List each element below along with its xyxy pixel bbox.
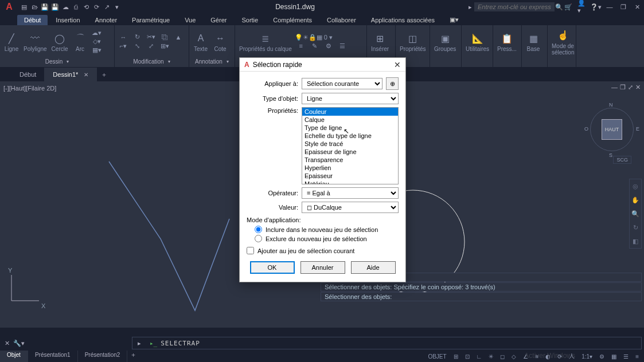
list-item[interactable]: Couleur — [302, 108, 398, 116]
file-tab-dessin1[interactable]: Dessin1*✕ — [45, 68, 97, 81]
status-ortho-icon[interactable]: ∟ — [475, 353, 484, 360]
nav-show-icon[interactable]: ◧ — [630, 234, 641, 248]
model-wrench-icon[interactable]: 🔧▾ — [13, 340, 25, 347]
qat-undo-icon[interactable]: ⟲ — [81, 2, 91, 11]
tool-arc[interactable]: ⌒Arc — [71, 30, 89, 53]
layout-tab-add[interactable]: ＋ — [127, 351, 139, 362]
layer-ico-3[interactable]: ⚙ — [322, 42, 335, 50]
cart-icon[interactable]: 🛒 — [564, 2, 573, 11]
tool-groups[interactable]: ▣Groupes — [432, 30, 458, 53]
status-3dosnap-icon[interactable]: ◇ — [510, 353, 518, 360]
draw-extra-3[interactable]: ▦▾ — [91, 46, 103, 54]
checkbox-append[interactable]: Ajouter au jeu de sélection courant — [247, 247, 399, 254]
compass-west[interactable]: O — [584, 126, 588, 132]
list-item[interactable]: Echelle du type de ligne — [302, 132, 398, 140]
ribbon-tab-apps[interactable]: Applications associées — [364, 15, 442, 25]
ribbon-tab-extra[interactable]: ▣▾ — [443, 14, 466, 25]
help-icon[interactable]: ❔▾ — [591, 2, 600, 11]
tool-text[interactable]: ATexte — [192, 30, 210, 53]
app-logo[interactable]: A — [2, 0, 16, 14]
tool-polyline[interactable]: 〰Polyligne — [22, 30, 49, 53]
tool-utils[interactable]: 📐Utilitaires — [464, 30, 491, 53]
compass-north[interactable]: N — [609, 102, 613, 108]
qat-open-icon[interactable]: 🗁 — [30, 2, 39, 11]
list-item[interactable]: Transparence — [302, 156, 398, 164]
nav-wheel-icon[interactable]: ◎ — [630, 179, 641, 193]
modify-stretch[interactable]: ⤡ — [131, 42, 143, 50]
status-transp-icon[interactable]: ◐ — [544, 353, 552, 360]
status-iso-icon[interactable]: ▦ — [610, 353, 618, 360]
modify-scale[interactable]: ⤢ — [145, 42, 157, 50]
help-button[interactable]: Aide — [351, 261, 396, 274]
draw-extra-2[interactable]: ◇▾ — [91, 38, 103, 46]
status-osnap-icon[interactable]: ◻ — [498, 353, 506, 360]
layer-ico-1[interactable]: ≡ — [295, 42, 307, 50]
ribbon-tab-debut[interactable]: Début — [17, 15, 48, 25]
status-snap-icon[interactable]: ⊡ — [463, 353, 471, 360]
file-tab-close-icon[interactable]: ✕ — [84, 72, 88, 78]
tool-props[interactable]: ◫Propriétés — [398, 30, 428, 53]
layer-combo[interactable]: 💡☀🔒▦ 0 ▾ — [295, 33, 364, 41]
layer-ico-4[interactable]: ☰ — [336, 42, 349, 50]
tool-line[interactable]: ╱Ligne — [2, 30, 21, 53]
ribbon-tab-annoter[interactable]: Annoter — [88, 15, 124, 25]
status-lwt-icon[interactable]: ≡ — [533, 353, 540, 360]
draw-extra-1[interactable]: ☁▾ — [91, 29, 103, 37]
qat-share-icon[interactable]: ↗ — [102, 2, 111, 11]
cmd-toggle-icon[interactable]: ▸ — [132, 340, 146, 347]
modify-trim[interactable]: ✂▾ — [145, 33, 157, 41]
list-item[interactable]: Hyperlien — [302, 164, 398, 172]
modify-fillet[interactable]: ⌐▾ — [117, 42, 130, 50]
status-anno-icon[interactable]: 人 — [567, 352, 576, 360]
list-item[interactable]: Calque — [302, 116, 398, 124]
ribbon-tab-collaborer[interactable]: Collaborer — [320, 15, 363, 25]
search-icon[interactable]: 🔍 — [555, 2, 564, 11]
command-line[interactable]: ▸ ▸_ — [132, 337, 642, 349]
tool-circle[interactable]: ◯Cercle — [50, 30, 70, 53]
file-tab-add[interactable]: ＋ — [97, 68, 111, 81]
select-operator[interactable]: = Egal à — [302, 187, 399, 199]
layout-tab-objet[interactable]: Objet — [0, 351, 28, 362]
modify-mirror[interactable]: ▲ — [172, 33, 185, 41]
list-item[interactable]: Type de ligne — [302, 124, 398, 132]
dialog-close-button[interactable]: ✕ — [394, 60, 401, 69]
status-cycle-icon[interactable]: ⟳ — [556, 353, 564, 360]
account-icon[interactable]: 👤▾ — [577, 2, 587, 11]
qat-save-icon[interactable]: 💾 — [40, 2, 49, 11]
compass-east[interactable]: E — [636, 126, 639, 132]
nav-pan-icon[interactable]: ✋ — [630, 193, 641, 207]
tool-selmode[interactable]: ☝Mode de sélection — [550, 27, 576, 56]
list-item[interactable]: Epaisseur de ligne — [302, 148, 398, 156]
select-apply-to[interactable]: Sélection courante — [302, 78, 383, 89]
viewcube-scg[interactable]: SCG — [613, 156, 631, 164]
qat-redo-icon[interactable]: ⟳ — [92, 2, 101, 11]
ribbon-tab-complements[interactable]: Compléments — [266, 15, 319, 25]
status-custom-icon[interactable]: ≡ — [634, 353, 641, 360]
list-item[interactable]: Matériau — [302, 180, 398, 184]
qat-dropdown-icon[interactable]: ▾ — [112, 2, 122, 11]
nav-zoom-icon[interactable]: 🔍 — [630, 207, 641, 221]
tool-clip[interactable]: 📋Press... — [495, 30, 518, 53]
modify-array[interactable]: ⊞▾ — [158, 42, 171, 50]
ribbon-tab-sortie[interactable]: Sortie — [235, 15, 265, 25]
status-clean-icon[interactable]: ☰ — [622, 353, 630, 360]
restore-button[interactable]: ❐ — [619, 2, 628, 11]
minimize-button[interactable]: — — [605, 2, 614, 11]
radio-exclude[interactable]: Exclure du nouveau jeu de sélection — [255, 235, 399, 242]
list-item[interactable]: Style de tracé — [302, 140, 398, 148]
tool-insert[interactable]: ⊞Insérer — [369, 30, 391, 53]
command-input[interactable] — [161, 340, 641, 347]
select-value[interactable]: ◻ DuCalque — [302, 202, 399, 213]
panel-draw-label[interactable]: Dessin — [2, 57, 112, 66]
ribbon-tab-gerer[interactable]: Gérer — [204, 15, 233, 25]
nav-orbit-icon[interactable]: ↻ — [630, 221, 641, 234]
status-polar-icon[interactable]: ✳ — [487, 353, 495, 360]
tool-base[interactable]: ▦Base — [524, 30, 542, 53]
modify-rotate[interactable]: ↻ — [131, 33, 143, 41]
list-item[interactable]: Epaisseur — [302, 172, 398, 180]
radio-include[interactable]: Inclure dans le nouveau jeu de sélection — [255, 226, 399, 233]
panel-modify-label[interactable]: Modification — [117, 57, 186, 66]
status-otrack-icon[interactable]: ∠ — [521, 353, 530, 360]
viewcube[interactable]: HAUT N E S O — [587, 104, 638, 156]
status-mode[interactable]: OBJET — [426, 353, 448, 360]
